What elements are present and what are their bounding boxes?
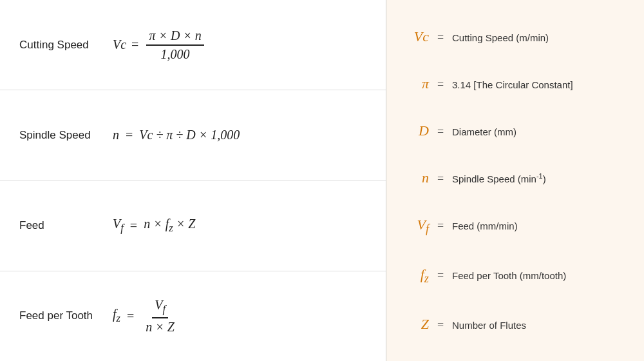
legend-fz-symbol: fz xyxy=(406,266,429,286)
right-panel: Vc = Cutting Speed (m/min) π = 3.14 [The… xyxy=(386,0,644,361)
legend-vc: Vc = Cutting Speed (m/min) xyxy=(406,28,625,45)
vf-left-symbol: Vf xyxy=(113,217,124,235)
n-symbol: n xyxy=(113,128,119,142)
feed-label: Feed xyxy=(19,219,113,232)
legend-Z: Z = Number of Flutes xyxy=(406,316,625,333)
fz-left-symbol: fz xyxy=(113,307,120,325)
feed-formula: Vf = n × fz × Z xyxy=(113,217,195,235)
legend-D-symbol: D xyxy=(406,122,429,139)
legend-vf-symbol: Vf xyxy=(406,217,429,236)
legend-pi-desc: 3.14 [The Circular Constant] xyxy=(452,79,573,90)
legend-pi-symbol: π xyxy=(406,75,429,92)
left-panel: Cutting Speed Vc = π × D × n 1,000 Spind… xyxy=(0,0,386,361)
legend-Z-symbol: Z xyxy=(406,316,429,333)
legend-pi: π = 3.14 [The Circular Constant] xyxy=(406,75,625,92)
denominator-feed-per-tooth: n × Z xyxy=(143,318,177,335)
legend-fz-desc: Feed per Tooth (mm/tooth) xyxy=(452,270,566,281)
spindle-speed-row: Spindle Speed n = Vc ÷ π ÷ D × 1,000 xyxy=(0,90,386,180)
spindle-formula-text: Vc ÷ π ÷ D × 1,000 xyxy=(139,128,240,142)
spindle-speed-label: Spindle Speed xyxy=(19,129,113,142)
legend-D: D = Diameter (mm) xyxy=(406,122,625,139)
legend-D-desc: Diameter (mm) xyxy=(452,126,516,137)
cutting-speed-formula: Vc = π × D × n 1,000 xyxy=(113,28,207,62)
numerator-feed-per-tooth: Vf xyxy=(152,298,168,318)
equals-sign: = xyxy=(131,37,138,52)
legend-vf: Vf = Feed (mm/min) xyxy=(406,217,625,236)
legend-n-symbol: n xyxy=(406,170,429,186)
legend-Z-desc: Number of Flutes xyxy=(452,320,526,331)
feed-per-tooth-formula: fz = Vf n × Z xyxy=(113,298,180,335)
legend-Z-equals: = xyxy=(429,318,452,332)
legend-D-equals: = xyxy=(429,125,452,139)
feed-formula-text: n × fz × Z xyxy=(144,217,195,235)
legend-pi-equals: = xyxy=(429,78,452,92)
numerator-cutting-speed: π × D × n xyxy=(146,28,204,46)
cutting-speed-label: Cutting Speed xyxy=(19,39,113,52)
equals-3: = xyxy=(130,219,137,233)
feed-per-tooth-row: Feed per Tooth fz = Vf n × Z xyxy=(0,271,386,361)
legend-vf-equals: = xyxy=(429,219,452,233)
feed-row: Feed Vf = n × fz × Z xyxy=(0,181,386,271)
legend-fz-equals: = xyxy=(429,269,452,282)
feed-per-tooth-label: Feed per Tooth xyxy=(19,309,113,322)
spindle-speed-formula: n = Vc ÷ π ÷ D × 1,000 xyxy=(113,128,240,142)
legend-vc-equals: = xyxy=(429,31,452,44)
denominator-cutting-speed: 1,000 xyxy=(158,46,193,62)
cutting-speed-row: Cutting Speed Vc = π × D × n 1,000 xyxy=(0,0,386,90)
legend-n-desc: Spindle Speed (min-1) xyxy=(452,172,546,184)
fraction-cutting-speed: π × D × n 1,000 xyxy=(146,28,204,62)
legend-vc-desc: Cutting Speed (m/min) xyxy=(452,32,549,43)
fraction-feed-per-tooth: Vf n × Z xyxy=(143,298,177,335)
legend-vf-desc: Feed (mm/min) xyxy=(452,220,518,231)
legend-fz: fz = Feed per Tooth (mm/tooth) xyxy=(406,266,625,286)
legend-n: n = Spindle Speed (min-1) xyxy=(406,170,625,186)
vc-symbol: Vc xyxy=(113,37,126,52)
legend-vc-symbol: Vc xyxy=(406,28,429,45)
equals-4: = xyxy=(127,309,134,324)
equals-2: = xyxy=(126,128,133,142)
legend-n-equals: = xyxy=(429,172,452,186)
